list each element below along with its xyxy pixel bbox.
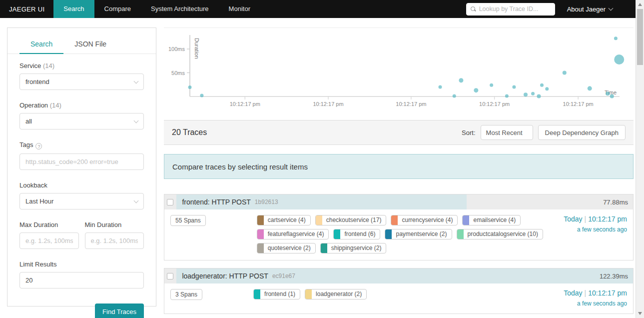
help-icon[interactable]: ? — [35, 143, 42, 150]
chevron-down-icon — [134, 78, 139, 84]
about-jaeger-menu[interactable]: About Jaeger — [567, 6, 613, 13]
max-duration-input[interactable] — [25, 237, 73, 244]
nav-item-compare[interactable]: Compare — [94, 0, 141, 18]
trace-result-card: frontend: HTTP POST 1b92613 77.88ms 55 S… — [164, 194, 634, 260]
service-color-swatch — [457, 230, 464, 239]
service-tag-label: frontend (1) — [260, 290, 300, 299]
trace-title: frontend: HTTP POST — [182, 198, 250, 206]
trace-time[interactable]: 10:12:17 pm — [588, 215, 627, 223]
service-tag-label: paymentservice (2) — [392, 230, 451, 239]
checkbox-zone — [164, 194, 176, 210]
min-duration-label: Min Duration — [85, 221, 144, 228]
service-tag-label: quoteservice (2) — [264, 244, 315, 253]
scrollbar-thumb[interactable] — [637, 9, 643, 65]
nav-item-search[interactable]: Search — [53, 0, 94, 18]
min-duration-input[interactable] — [91, 237, 138, 244]
trace-count: 20 Traces — [172, 128, 207, 137]
svg-text:10:12:17 pm: 10:12:17 pm — [313, 101, 343, 107]
operation-select-value: all — [25, 118, 32, 125]
find-traces-button[interactable]: Find Traces — [95, 304, 144, 318]
sort-label: Sort: — [462, 129, 475, 136]
service-tag-pill: featureflagservice (4) — [257, 229, 329, 240]
service-color-swatch — [334, 230, 340, 239]
trace-date[interactable]: Today — [564, 215, 582, 223]
deep-dependency-graph-button[interactable]: Deep Dependency Graph — [538, 125, 626, 140]
trace-link[interactable]: loadgenerator: HTTP POST ec91e67 122.39m… — [164, 268, 633, 284]
service-tag-label: featureflagservice (4) — [264, 230, 329, 239]
lookback-select-value: Last Hour — [25, 198, 53, 205]
app-title: JAEGER UI — [0, 6, 53, 13]
span-count-pill: 55 Spans — [170, 215, 206, 226]
scroll-down-arrow-icon[interactable] — [638, 312, 642, 315]
service-tag-label: cartservice (4) — [264, 216, 310, 225]
trace-lookup-box — [466, 3, 555, 16]
service-color-swatch — [391, 216, 398, 225]
trace-relative-time: a few seconds ago — [564, 300, 627, 307]
service-tag-pill: frontend (6) — [333, 229, 380, 240]
sort-select-value: Most Recent — [486, 129, 523, 136]
service-color-swatch — [321, 244, 327, 253]
svg-text:50ms: 50ms — [171, 70, 185, 76]
about-jaeger-label: About Jaeger — [567, 6, 606, 13]
trace-lookup-input[interactable] — [479, 6, 551, 12]
trace-time[interactable]: 10:12:17 pm — [588, 289, 627, 297]
sort-select[interactable]: Most Recent — [481, 125, 533, 140]
limit-results-label: Limit Results — [19, 260, 144, 268]
service-color-swatch — [257, 244, 264, 253]
trace-id: 1b92613 — [255, 198, 278, 206]
service-tag-label: currencyservice (4) — [398, 216, 457, 225]
nav-item-monitor[interactable]: Monitor — [219, 0, 260, 18]
chevron-down-icon — [134, 118, 139, 123]
service-tag-pill: shippingservice (2) — [320, 243, 387, 254]
service-tag-label: checkoutservice (17) — [322, 216, 386, 225]
service-color-swatch — [254, 290, 260, 299]
trace-date[interactable]: Today — [564, 289, 582, 297]
tags-label: Tags? — [19, 141, 144, 150]
service-tags: frontend (1)loadgenerator (2) — [253, 289, 541, 307]
duration-scatter-chart[interactable]: 50ms100ms10:12:17 pm10:12:17 pm10:12:17 … — [164, 28, 634, 116]
search-sidebar: Search JSON File Service (14) frontend O… — [7, 28, 156, 306]
trace-select-checkbox[interactable] — [167, 199, 173, 206]
service-select[interactable]: frontend — [19, 74, 144, 90]
lookback-select[interactable]: Last Hour — [19, 193, 144, 210]
results-header: 20 Traces Sort: Most Recent Deep Depende… — [164, 120, 634, 145]
service-tag-label: loadgenerator (2) — [312, 290, 366, 299]
service-tag-pill: currencyservice (4) — [391, 215, 458, 226]
service-select-value: frontend — [25, 78, 49, 86]
trace-select-checkbox[interactable] — [167, 273, 173, 280]
limit-results-box — [19, 272, 144, 288]
svg-text:10:12:17 pm: 10:12:17 pm — [396, 101, 426, 107]
service-color-swatch — [305, 290, 312, 299]
checkbox-zone — [164, 268, 176, 284]
tags-input[interactable] — [25, 158, 138, 166]
limit-results-input[interactable] — [25, 276, 138, 284]
tab-json-file[interactable]: JSON File — [63, 36, 117, 54]
service-tag-pill: checkoutservice (17) — [315, 215, 387, 226]
page-scrollbar[interactable] — [636, 0, 644, 318]
tags-input-box — [19, 154, 144, 170]
compare-banner: Compare traces by selecting result items — [164, 154, 634, 179]
sidebar-tabs: Search JSON File — [7, 28, 156, 54]
service-color-swatch — [257, 230, 264, 239]
trace-title: loadgenerator: HTTP POST — [182, 272, 268, 280]
service-tag-label: productcatalogservice (10) — [464, 230, 543, 239]
service-tags: cartservice (4)checkoutservice (17)curre… — [257, 215, 544, 254]
chevron-down-icon — [609, 6, 614, 11]
service-tag-pill: frontend (1) — [253, 289, 300, 300]
service-label: Service (14) — [19, 62, 144, 70]
tab-search[interactable]: Search — [19, 36, 63, 54]
operation-select[interactable]: all — [19, 113, 144, 130]
trace-link[interactable]: frontend: HTTP POST 1b92613 77.88ms — [164, 194, 633, 210]
service-tag-label: frontend (6) — [340, 230, 380, 239]
service-color-swatch — [463, 216, 469, 225]
trace-relative-time: a few seconds ago — [564, 226, 627, 233]
service-tag-label: emailservice (4) — [469, 216, 520, 225]
service-tag-label: shippingservice (2) — [327, 244, 386, 253]
duration-scatter-panel: 50ms100ms10:12:17 pm10:12:17 pm10:12:17 … — [164, 28, 634, 115]
max-duration-box — [19, 232, 79, 249]
service-tag-pill: productcatalogservice (10) — [457, 229, 543, 240]
service-tag-pill: loadgenerator (2) — [305, 289, 367, 300]
scroll-up-arrow-icon[interactable] — [638, 3, 642, 6]
nav-item-system-architecture[interactable]: System Architecture — [141, 0, 219, 18]
service-color-swatch — [257, 216, 264, 225]
